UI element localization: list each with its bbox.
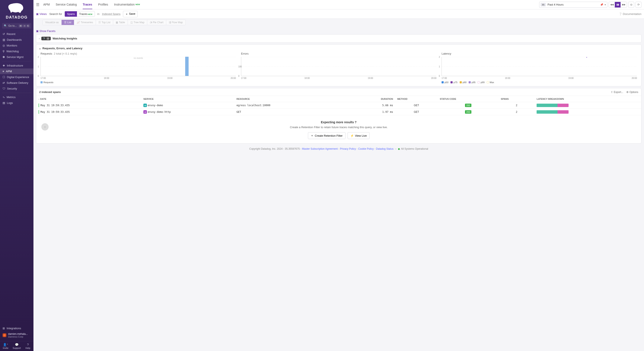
viz-pie-chart[interactable]: ◔ Pie Chart [147,20,166,25]
support-button[interactable]: 💬Support [11,341,22,351]
zoom-out-button[interactable]: ⊖ [628,2,634,8]
pause-button[interactable]: ▮▮ [615,2,621,8]
user-name: damien.mehala... [8,332,28,335]
legend-p50[interactable]: p50 [442,81,448,84]
time-back-button[interactable]: ◀◀ [609,2,615,8]
footer-link[interactable]: Master Subscription Agreement [302,147,338,150]
errors-chart-area[interactable]: 1000 [241,57,436,76]
sidebar-item-security[interactable]: 🛡Security [0,86,34,92]
panel-icon: ▣ [36,12,38,16]
col-method[interactable]: METHOD [395,96,438,102]
time-forward-button[interactable]: ▶▶ [621,2,627,8]
viz-icon: ◔ [150,21,152,24]
col-duration[interactable]: DURATION [347,96,395,102]
invite-button[interactable]: 👤⁺Invite [0,341,11,351]
time-label: Past 4 Hours [548,3,598,6]
chevron-down-icon[interactable]: ⌄ [39,47,41,50]
pill-traces[interactable]: TracesNEW [77,11,94,17]
nav-icon: ❖ [2,64,5,67]
sidebar-item-software-delivery[interactable]: ⇄Software Delivery [0,80,34,86]
requests-chart-area[interactable]: no events 210 [40,57,236,76]
col-service[interactable]: SERVICE [141,96,234,102]
nav-icon: 🛡 [2,87,5,90]
goto-search[interactable]: 🔍 Go to... ⌘+K [2,23,31,29]
rel-header[interactable]: ⌄ Requests, Errors, and Latency [36,45,641,52]
viz-timeseries[interactable]: 📈 Timeseries [74,20,96,25]
logo[interactable]: DATADOG [0,0,34,21]
rel-panel: ⌄ Requests, Errors, and Latency Requests… [36,44,642,86]
sidebar-item-monitors[interactable]: ◎Monitors [0,43,34,48]
create-retention-filter-button[interactable]: ＋Create Retention Filter [308,132,346,139]
table-row[interactable]: May 31 19:59:33.435 ⊕envoy-demo-http GET… [36,109,641,115]
col-latency-breakdown[interactable]: LATENCY BREAKDOWN [534,96,641,102]
sidebar-item-apm[interactable]: ≡APM [0,69,34,74]
footer-link[interactable]: Privacy Policy [340,147,356,150]
latency-breakdown [536,104,568,107]
legend-p75[interactable]: p75 [450,81,457,84]
footer-link[interactable]: Datadog Status [376,147,394,150]
viz-flow-map[interactable]: ⇶ Flow Map [166,20,186,25]
nav-icon: ☐ [2,76,5,79]
col-status-code[interactable]: STATUS CODE [438,96,499,102]
tab-instrumentation[interactable]: InstrumentationNEW [114,0,140,9]
nav-icon: ✽ [2,56,5,59]
status-dot-icon [398,148,400,150]
sidebar-item-dashboards[interactable]: ▥Dashboards [0,37,34,43]
save-button[interactable]: ＋Save [123,11,138,17]
viz-list[interactable]: ☰ List [62,20,74,25]
legend-p99[interactable]: p99 [478,81,484,84]
legend-p90[interactable]: p90 [460,81,466,84]
search-for-label: Search for [49,12,62,16]
documentation-link[interactable]: ❔Documentation [619,12,642,16]
watchdog-panel[interactable]: › 🔭 0 Watchdog Insights [36,34,642,43]
brand-name: DATADOG [6,15,28,20]
col-date[interactable]: DATE [36,96,141,102]
user-menu[interactable]: damien.mehala... Daminou Corp [2,331,31,339]
help-button[interactable]: ?Help [22,341,34,351]
viz-tree-map[interactable]: ◫ Tree Map [128,20,147,25]
tab-traces[interactable]: Traces [83,0,92,9]
viz-icon: ☰ [64,21,66,24]
sidebar-item-label: Infrastructure [7,64,23,67]
pill-spans[interactable]: Spans [65,11,77,17]
legend-p95[interactable]: p95 [468,81,476,84]
sidebar-item-logs[interactable]: ▤Logs [0,100,34,106]
user-org: Daminou Corp [8,335,28,338]
options-button[interactable]: ⚙Options [626,91,638,94]
export-button[interactable]: ⇪Export... [611,91,623,94]
sidebar-item-metrics[interactable]: ∿Metrics [0,94,34,100]
col-spans[interactable]: SPANS [499,96,534,102]
table-row[interactable]: May 31 19:59:33.435 ⊕envoy-demo egress l… [36,102,641,109]
empty-state: Expecting more results ? Create a Retent… [36,115,641,143]
refresh-button[interactable]: ⟳ [636,2,642,8]
latency-chart-area[interactable]: 210 [442,57,637,76]
show-facets-button[interactable]: ▣ Show Facets [36,28,642,34]
view-live-button[interactable]: ⚡View Live [348,132,370,139]
sidebar-item-digital-experience[interactable]: ☐Digital Experience [0,74,34,80]
tab-service-catalog[interactable]: Service Catalog [56,0,77,9]
sidebar-item-label: Logs [7,101,13,105]
tab-profiles[interactable]: Profiles [98,0,108,9]
new-badge: NEW [88,13,92,15]
views-button[interactable]: ▣ Views [36,12,47,16]
tab-apm[interactable]: APM [43,0,50,9]
col-resource[interactable]: RESOURCE [234,96,347,102]
nav-icon: ≡ [2,70,4,73]
sidebar-item-infrastructure[interactable]: ❖Infrastructure [0,63,34,69]
nav-icon: ⇄ [2,81,5,85]
viz-table[interactable]: ▦ Table [113,20,128,25]
nav-icon: ∿ [2,96,5,99]
time-picker[interactable]: 4h Past 4 Hours 📌▾ [539,2,607,8]
chevron-right-icon[interactable]: › [39,37,40,40]
sidebar-item-integrations[interactable]: ⊞ Integrations [2,325,31,331]
sidebar-item-recent[interactable]: ↺Recent [0,31,34,37]
legend-max[interactable]: Max [487,81,494,84]
sidebar-item-watchdog[interactable]: ⚲Watchdog [0,48,34,54]
footer-link[interactable]: Cookie Policy [358,147,374,150]
indexed-spans-link[interactable]: Indexed Spans [102,12,120,16]
bolt-icon: ⚡ [350,134,354,137]
viz-top-list[interactable]: ☷ Top List [96,20,113,25]
menu-icon[interactable]: ☰ [36,2,40,7]
sidebar-item-service-mgmt[interactable]: ✽Service Mgmt [0,54,34,60]
scroll-top-button[interactable]: ↑ [41,123,48,131]
